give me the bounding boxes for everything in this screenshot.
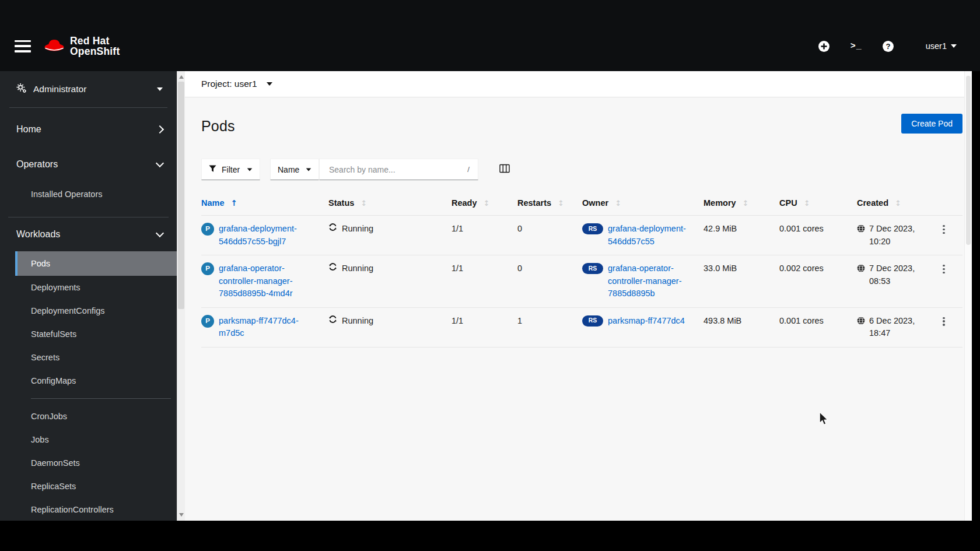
- restarts-value: 1: [517, 307, 582, 347]
- owner-link[interactable]: grafana-operator-controller-manager-7885…: [608, 262, 694, 300]
- sidebar-item-replicationcontrollers[interactable]: ReplicationControllers: [15, 498, 177, 521]
- sidebar-item-pods[interactable]: Pods: [15, 251, 177, 276]
- sort-icon: ↕: [895, 199, 901, 208]
- search-input[interactable]: [328, 164, 463, 175]
- main-content: Project: user1 Pods Create Pod Filter Na…: [185, 71, 972, 521]
- help-icon[interactable]: ?: [882, 40, 895, 52]
- project-selector-label: Project: user1: [201, 79, 257, 89]
- chevron-down-icon: [306, 168, 312, 171]
- sort-icon: ↕: [615, 199, 621, 208]
- owner-link[interactable]: grafana-deployment-546dd57c55: [608, 223, 694, 248]
- manage-columns-button[interactable]: [497, 162, 512, 177]
- sidebar-item-label: Jobs: [31, 435, 49, 444]
- sidebar-item-daemonsets[interactable]: DaemonSets: [15, 451, 177, 475]
- create-pod-button[interactable]: Create Pod: [901, 114, 963, 134]
- project-selector[interactable]: Project: user1: [185, 71, 964, 97]
- column-header-owner[interactable]: Owner↕: [582, 192, 704, 216]
- masthead: Red Hat OpenShift >_ ? user1: [0, 0, 980, 71]
- search-attribute-dropdown[interactable]: Name: [270, 159, 319, 180]
- sidebar-item-home[interactable]: Home: [0, 112, 177, 147]
- sidebar-item-label: Installed Operators: [31, 189, 103, 199]
- table-row: P grafana-deployment-546dd57c55-bgjl7: [201, 216, 963, 255]
- filter-dropdown[interactable]: Filter: [201, 159, 260, 180]
- column-header-ready[interactable]: Ready↕: [452, 192, 517, 216]
- sidebar-item-label: Deployments: [31, 283, 80, 292]
- cpu-value: 0.001 cores: [779, 307, 857, 347]
- table-header-row: Name↑ Status↕ Ready↕ Restarts↕ Owner↕: [201, 192, 963, 216]
- table-row: P parksmap-ff7477dc4-m7d5c: [201, 307, 963, 347]
- memory-value: 33.0 MiB: [704, 255, 779, 308]
- scroll-down-arrow-icon[interactable]: [179, 513, 184, 517]
- column-header-restarts[interactable]: Restarts↕: [517, 192, 582, 216]
- sidebar-item-label: DaemonSets: [31, 458, 80, 468]
- search-shortcut-hint: /: [467, 165, 470, 174]
- scrollbar-thumb[interactable]: [966, 76, 971, 245]
- created-timestamp: 7 Dec 2023, 08:53: [869, 262, 915, 287]
- sidebar-divider: [9, 107, 167, 108]
- sidebar-item-installed-operators[interactable]: Installed Operators: [15, 182, 177, 206]
- sidebar-item-jobs[interactable]: Jobs: [15, 428, 177, 451]
- app-window: Red Hat OpenShift >_ ? user1: [0, 0, 980, 551]
- created-timestamp: 7 Dec 2023, 10:20: [869, 223, 915, 248]
- web-terminal-icon[interactable]: >_: [850, 40, 863, 52]
- user-menu[interactable]: user1: [926, 41, 957, 51]
- owner-link[interactable]: parksmap-ff7477dc4: [608, 315, 685, 328]
- nav-toggle-button[interactable]: [15, 40, 31, 52]
- sidebar-item-replicasets[interactable]: ReplicaSets: [15, 475, 177, 498]
- brand-logo: Red Hat OpenShift: [44, 36, 120, 57]
- sync-running-icon: [328, 315, 337, 328]
- sidebar-item-label: DeploymentConfigs: [31, 306, 105, 315]
- sidebar-item-deploymentconfigs[interactable]: DeploymentConfigs: [15, 299, 177, 322]
- pod-link[interactable]: grafana-operator-controller-manager-7885…: [219, 262, 319, 300]
- list-toolbar: Filter Name /: [201, 159, 512, 180]
- column-header-memory[interactable]: Memory↕: [704, 192, 779, 216]
- replicaset-badge: RS: [582, 263, 603, 274]
- kebab-menu-button[interactable]: [939, 223, 949, 236]
- chevron-down-icon: [267, 82, 272, 86]
- sidebar-item-label: StatefulSets: [31, 329, 76, 339]
- chevron-down-icon: [247, 168, 253, 171]
- search-attribute-label: Name: [278, 165, 299, 174]
- sidebar-item-label: ConfigMaps: [31, 376, 76, 385]
- sort-icon: ↕: [743, 199, 749, 208]
- perspective-switcher[interactable]: Administrator: [0, 71, 177, 107]
- sidebar-item-statefulsets[interactable]: StatefulSets: [15, 322, 177, 346]
- quick-create-icon[interactable]: [818, 40, 831, 52]
- status-text: Running: [342, 262, 373, 275]
- globe-icon: [857, 315, 865, 329]
- pod-link[interactable]: parksmap-ff7477dc4-m7d5c: [219, 315, 319, 340]
- sidebar-item-label: ReplicaSets: [31, 482, 76, 491]
- gears-icon: [16, 83, 27, 96]
- column-header-created[interactable]: Created↕: [857, 192, 939, 216]
- sort-icon: ↕: [558, 199, 564, 208]
- kebab-menu-button[interactable]: [939, 315, 949, 328]
- sidebar-item-configmaps[interactable]: ConfigMaps: [15, 369, 177, 392]
- pod-link[interactable]: grafana-deployment-546dd57c55-bgjl7: [219, 223, 319, 248]
- content-scrollbar[interactable]: [964, 71, 972, 521]
- globe-icon: [857, 223, 865, 237]
- sidebar-item-label: Secrets: [31, 353, 60, 362]
- sidebar-item-label: Home: [16, 124, 41, 135]
- column-header-cpu[interactable]: CPU↕: [779, 192, 857, 216]
- sidebar-item-cronjobs[interactable]: CronJobs: [15, 405, 177, 428]
- sidebar-item-deployments[interactable]: Deployments: [15, 276, 177, 299]
- column-header-name[interactable]: Name↑: [201, 192, 328, 216]
- column-header-status[interactable]: Status↕: [328, 192, 452, 216]
- sidebar-item-operators[interactable]: Operators: [0, 147, 177, 182]
- kebab-menu-button[interactable]: [939, 262, 949, 276]
- chevron-down-icon: [157, 87, 163, 91]
- sidebar-item-secrets[interactable]: Secrets: [15, 346, 177, 369]
- sidebar-nav: Administrator Home Operators Installed O…: [0, 71, 177, 521]
- sidebar-scrollbar[interactable]: [177, 71, 185, 521]
- sidebar-item-workloads[interactable]: Workloads: [0, 217, 177, 251]
- sidebar-item-label: ReplicationControllers: [31, 505, 114, 514]
- status-text: Running: [342, 315, 373, 328]
- memory-value: 42.9 MiB: [704, 216, 779, 255]
- sort-icon: ↕: [360, 199, 367, 208]
- filter-funnel-icon: [209, 164, 216, 175]
- scrollbar-thumb[interactable]: [178, 82, 184, 309]
- restarts-value: 0: [517, 255, 582, 308]
- sort-icon: ↕: [484, 199, 490, 208]
- scroll-up-arrow-icon[interactable]: [179, 75, 184, 79]
- filter-label: Filter: [222, 165, 240, 174]
